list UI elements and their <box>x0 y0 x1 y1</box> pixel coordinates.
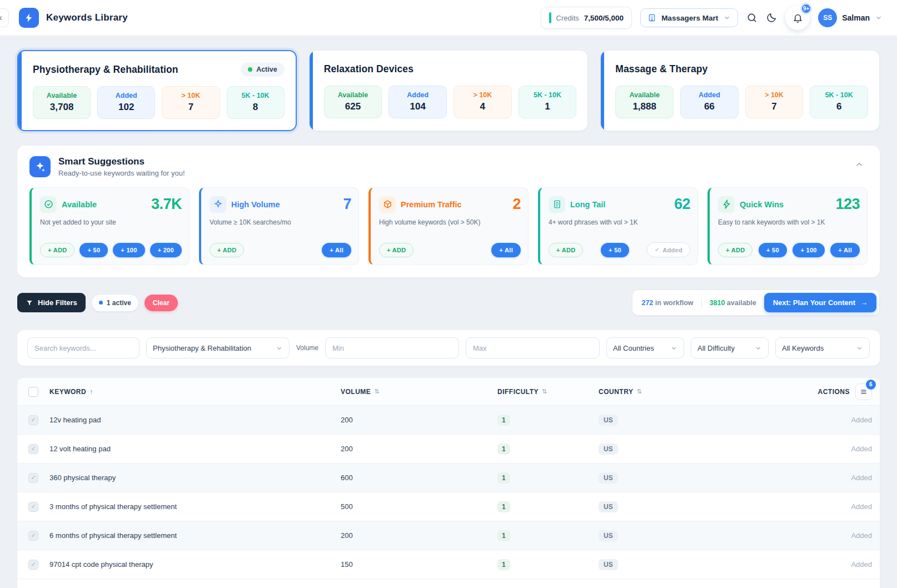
country-badge: US <box>599 501 618 512</box>
sort-asc-icon: ↑ <box>89 388 93 396</box>
volume-cell: 500 <box>341 502 497 511</box>
clear-filters-button[interactable]: Clear <box>144 295 178 311</box>
search-button[interactable] <box>746 12 758 23</box>
credits-bar-icon <box>549 12 551 23</box>
stat-5k-10k: 5K - 10K 6 <box>810 86 868 118</box>
difficulty-badge: 1 <box>497 530 510 541</box>
chevron-down-icon <box>755 345 762 352</box>
row-checkbox[interactable]: ✓ <box>28 502 38 512</box>
hide-filters-button[interactable]: Hide Filters <box>17 293 86 312</box>
keyword-type-filter-select[interactable]: All Keywords <box>775 337 870 358</box>
back-button[interactable]: ‹ <box>0 8 9 27</box>
add-button[interactable]: + ADD <box>40 243 74 257</box>
add-button[interactable]: + ADD <box>210 243 244 257</box>
add-all-button[interactable]: + All <box>830 243 860 257</box>
difficulty-badge: 1 <box>497 472 510 484</box>
chevron-down-icon <box>875 14 883 22</box>
volume-min-input[interactable] <box>325 337 459 358</box>
table-row: ✓ 6 months of physical therapy settlemen… <box>17 521 880 550</box>
project-name: Physiotherapy & Rehabilitation <box>33 64 178 76</box>
suggestion-card-quick-wins: Quick Wins 123 Easy to rank keywords wit… <box>707 187 868 265</box>
status-label: Active <box>256 66 277 73</box>
difficulty-filter-select[interactable]: All Difficulty <box>691 337 769 358</box>
credits-badge: Credits 7,500/5,000 <box>541 7 632 29</box>
volume-label: Volume <box>296 344 318 352</box>
row-checkbox[interactable]: ✓ <box>28 444 38 454</box>
add-50-button[interactable]: + 50 <box>79 243 108 257</box>
building-icon <box>647 13 656 22</box>
store-selector[interactable]: Massagers Mart <box>640 8 738 27</box>
active-filter-dot-icon <box>99 301 103 305</box>
user-name: Salman <box>842 13 870 22</box>
status-badge: Active <box>241 62 285 77</box>
chevron-down-icon <box>723 14 731 22</box>
volume-max-input[interactable] <box>466 337 600 358</box>
country-filter-select[interactable]: All Countries <box>606 337 684 358</box>
column-header-difficulty[interactable]: DIFFICULTY ⇅ <box>497 388 599 396</box>
chevron-left-icon: ‹ <box>0 12 2 23</box>
row-action-status: Added <box>808 560 880 569</box>
difficulty-badge: 1 <box>497 415 510 426</box>
page-title: Keywords Library <box>46 12 128 23</box>
sort-icon: ⇅ <box>636 388 642 395</box>
card-description: Not yet added to your site <box>40 218 182 226</box>
sort-icon: ⇅ <box>542 388 547 395</box>
row-checkbox[interactable]: ✓ <box>28 560 38 570</box>
add-100-button[interactable]: + 100 <box>793 243 824 257</box>
project-card-massage-therapy[interactable]: Massage & Therapy Available 1,888 Added … <box>600 50 880 131</box>
notifications-count-badge: 9+ <box>800 3 812 14</box>
theme-toggle-button[interactable] <box>766 12 777 23</box>
project-name: Relaxation Devices <box>324 63 413 75</box>
card-value: 7 <box>343 196 351 213</box>
star-icon <box>210 196 226 213</box>
package-icon <box>379 196 396 213</box>
project-card-relaxation-devices[interactable]: Relaxation Devices Available 625 Added 1… <box>309 50 589 131</box>
added-button[interactable]: ✓ Added <box>647 242 690 257</box>
user-menu[interactable]: SS Salman <box>818 8 883 27</box>
add-all-button[interactable]: + All <box>491 243 521 257</box>
bolt-icon <box>24 13 34 23</box>
project-filter-select[interactable]: Physiotherapy & Rehabilitation <box>146 337 290 358</box>
notifications-button[interactable]: 9+ <box>785 6 810 30</box>
volume-cell: 200 <box>341 416 497 424</box>
column-header-country[interactable]: COUNTRY ⇅ <box>599 388 808 396</box>
app-logo <box>19 8 39 28</box>
bell-icon <box>793 13 803 23</box>
row-action-status: Added <box>808 531 880 540</box>
row-action-status: Added <box>808 416 880 424</box>
add-button[interactable]: + ADD <box>718 243 753 257</box>
check-icon: ✓ <box>655 246 660 253</box>
add-200-button[interactable]: + 200 <box>150 243 182 257</box>
credits-label: Credits <box>556 14 579 22</box>
chevron-down-icon <box>276 345 283 352</box>
active-filters-badge: 1 active <box>91 294 139 312</box>
column-header-volume[interactable]: VOLUME ⇅ <box>341 388 497 396</box>
column-header-keyword[interactable]: KEYWORD ↑ <box>49 388 341 396</box>
columns-menu-button[interactable]: 6 <box>855 383 872 400</box>
add-50-button[interactable]: + 50 <box>601 243 629 257</box>
add-button[interactable]: + ADD <box>379 243 413 257</box>
add-all-button[interactable]: + All <box>322 243 351 257</box>
difficulty-badge: 1 <box>497 444 510 455</box>
chevron-down-icon <box>856 345 863 352</box>
project-name: Massage & Therapy <box>615 63 707 75</box>
add-button[interactable]: + ADD <box>549 243 583 257</box>
add-100-button[interactable]: + 100 <box>113 243 144 257</box>
search-filter-bar: Physiotherapy & Rehabilitation Volume Al… <box>17 330 880 366</box>
menu-icon <box>860 388 868 396</box>
stat-added: Added 104 <box>388 86 447 118</box>
project-card-physiotherapy[interactable]: Physiotherapy & Rehabilitation Active Av… <box>17 50 297 131</box>
row-checkbox[interactable]: ✓ <box>28 531 38 541</box>
row-checkbox[interactable]: ✓ <box>28 415 38 425</box>
row-checkbox[interactable]: ✓ <box>28 473 38 483</box>
moon-icon <box>766 12 777 23</box>
avatar: SS <box>818 8 837 27</box>
add-50-button[interactable]: + 50 <box>759 243 787 257</box>
column-header-actions: ACTIONS 6 <box>808 383 880 400</box>
next-plan-content-button[interactable]: Next: Plan Your Content → <box>764 293 876 312</box>
suggestions-subtitle: Ready-to-use keywords waiting for you! <box>58 169 185 177</box>
collapse-button[interactable] <box>851 156 868 175</box>
select-all-checkbox[interactable] <box>28 387 38 397</box>
card-description: High volume keywords (vol > 50K) <box>379 218 521 226</box>
search-input[interactable] <box>27 337 139 358</box>
